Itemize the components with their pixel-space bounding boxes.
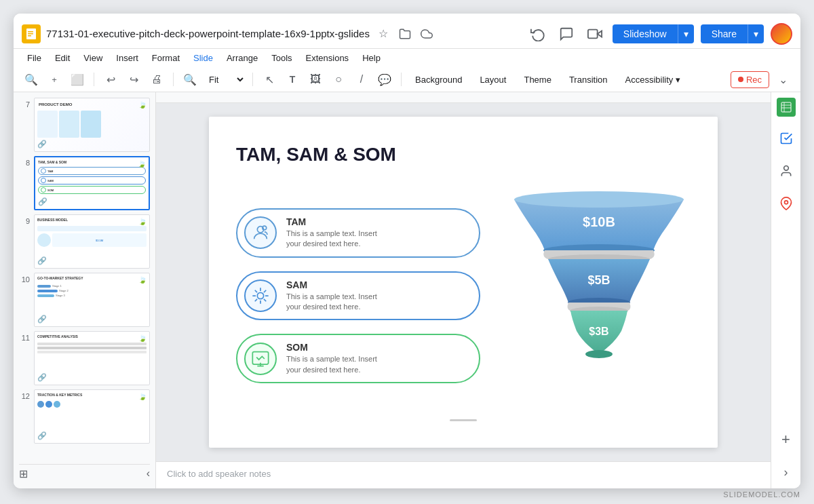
folder-icon[interactable]	[397, 26, 413, 42]
slide-thumbnail-8[interactable]: TAM, SAM & SOM TAM SAM SOM	[34, 156, 150, 210]
redo-button[interactable]: ↪	[124, 70, 143, 89]
sheets-icon[interactable]	[777, 98, 796, 117]
rec-button[interactable]: Rec	[731, 71, 769, 88]
text-button[interactable]: T	[283, 70, 302, 89]
menu-help[interactable]: Help	[357, 50, 386, 66]
menu-file[interactable]: File	[22, 50, 47, 66]
slide-item-7[interactable]: 7 PRODUCT DEMO 🔗 🍃	[19, 98, 150, 152]
editor-area: TAM, SAM & SOM	[156, 103, 771, 461]
tam-desc: This is a sample text. Insert your desir…	[286, 229, 377, 250]
tam-icon	[244, 216, 277, 249]
som-item[interactable]: SOM This is a sample text. Insert your d…	[236, 334, 480, 383]
print-button[interactable]: 🖨	[147, 70, 166, 89]
zoom-in-button[interactable]: +	[45, 70, 64, 89]
svg-point-15	[585, 350, 613, 358]
contacts-icon[interactable]	[775, 160, 797, 182]
line-button[interactable]: /	[352, 70, 371, 89]
menu-extensions[interactable]: Extensions	[301, 50, 355, 66]
slideshow-dropdown-button[interactable]: ▾	[678, 24, 694, 43]
slide-thumbnail-9[interactable]: BUSINESS MODEL $3.5M 🔗 🍃	[34, 214, 150, 269]
menu-slide[interactable]: Slide	[188, 50, 218, 66]
undo-button[interactable]: ↩	[101, 70, 120, 89]
tam-left: TAM This is a sample text. Insert your d…	[236, 208, 480, 383]
slide-number-11: 11	[19, 331, 30, 342]
sam-item[interactable]: SAM This is a sample text. Insert your d…	[236, 271, 480, 321]
slide-number-10: 10	[19, 273, 30, 284]
slide-thumbnail-12[interactable]: TRACTION & KEY METRICS 🔗 🍃	[34, 389, 150, 444]
speaker-notes[interactable]: Click to add speaker notes	[156, 461, 771, 488]
maps-icon[interactable]	[775, 193, 797, 214]
title-bar: 77131-01-executive-pitch-deck-powerpoint…	[14, 14, 800, 49]
history-icon[interactable]	[527, 23, 549, 45]
som-text: SOM This is a sample text. Insert your d…	[286, 342, 377, 375]
expand-sidebar-button[interactable]: ›	[775, 461, 797, 483]
rec-dot	[738, 77, 743, 82]
app-icon	[22, 24, 41, 43]
right-sidebar: + ›	[771, 92, 800, 488]
toolbar-sep-3	[252, 73, 253, 86]
collapse-panel-button[interactable]: ‹	[147, 467, 150, 480]
svg-rect-3	[28, 35, 31, 37]
ruler	[156, 92, 771, 103]
slide-item-8[interactable]: 8 TAM, SAM & SOM TAM SAM	[19, 156, 150, 210]
tam-text: TAM This is a sample text. Insert your d…	[286, 216, 377, 250]
title-right: Slideshow ▾ Share ▾	[527, 23, 792, 45]
theme-tab[interactable]: Theme	[517, 72, 558, 88]
svg-text:$10B: $10B	[583, 214, 615, 229]
share-button[interactable]: Share	[701, 24, 748, 43]
document-title: 77131-01-executive-pitch-deck-powerpoint…	[46, 28, 370, 39]
video-icon[interactable]	[584, 23, 606, 45]
slide-canvas[interactable]: TAM, SAM & SOM	[209, 117, 718, 448]
menu-tools[interactable]: Tools	[266, 50, 297, 66]
tam-item[interactable]: TAM This is a sample text. Insert your d…	[236, 208, 480, 258]
comment-icon[interactable]	[556, 23, 577, 45]
svg-text:$3B: $3B	[589, 326, 608, 337]
sam-icon	[244, 279, 277, 312]
share-dropdown-button[interactable]: ▾	[748, 24, 764, 43]
watermark: SLIDEMODEL.COM	[723, 490, 800, 499]
add-sidebar-button[interactable]: +	[775, 429, 797, 450]
funnel-svg: $10B $5B $3B	[507, 186, 691, 403]
slide-number-8: 8	[19, 156, 30, 167]
menu-edit[interactable]: Edit	[50, 50, 75, 66]
slide-thumbnail-10[interactable]: GO-TO-MARKET STRATEGY Stage 1 Stage 2	[34, 273, 150, 327]
slide-title: TAM, SAM & SOM	[236, 144, 691, 166]
comment-toolbar-button[interactable]: 💬	[375, 70, 394, 89]
svg-point-8	[257, 292, 263, 298]
background-tab[interactable]: Background	[408, 72, 469, 88]
slide-thumbnail-11[interactable]: COMPETITIVE ANALYSIS 🔗 🍃	[34, 331, 150, 385]
select-button[interactable]: ↖	[260, 70, 279, 89]
sam-desc: This is a sample text. Insert your desir…	[286, 292, 377, 313]
svg-rect-2	[28, 33, 33, 35]
menu-format[interactable]: Format	[147, 50, 185, 66]
grid-view-button[interactable]: ⊞	[19, 467, 28, 480]
slide-item-11[interactable]: 11 COMPETITIVE ANALYSIS 🔗 🍃	[19, 331, 150, 385]
slide-thumbnail-7[interactable]: PRODUCT DEMO 🔗 🍃	[34, 98, 150, 152]
menu-insert[interactable]: Insert	[111, 50, 144, 66]
svg-marker-4	[597, 31, 601, 37]
transition-tab[interactable]: Transition	[562, 72, 615, 88]
slide-item-10[interactable]: 10 GO-TO-MARKET STRATEGY Stage 1 Stage 2	[19, 273, 150, 327]
expand-button[interactable]: ⌄	[773, 70, 792, 89]
cloud-icon[interactable]	[419, 26, 435, 42]
accessibility-tab[interactable]: Accessibility ▾	[619, 72, 687, 88]
shapes-button[interactable]: ○	[329, 70, 348, 89]
sam-key: SAM	[286, 279, 377, 290]
search-button[interactable]: 🔍	[180, 70, 199, 89]
zoom-select[interactable]: Fit 50% 75% 100%	[204, 73, 246, 87]
toolbar-sep-1	[94, 73, 94, 86]
zoom-out-button[interactable]: 🔍	[22, 70, 41, 89]
fit-button[interactable]: ⬜	[68, 70, 87, 89]
layout-tab[interactable]: Layout	[473, 72, 513, 88]
star-icon[interactable]: ☆	[375, 26, 391, 42]
image-button[interactable]: 🖼	[306, 70, 325, 89]
user-avatar[interactable]	[771, 23, 792, 45]
slideshow-button[interactable]: Slideshow	[613, 24, 678, 43]
svg-rect-5	[588, 29, 598, 38]
slide-item-9[interactable]: 9 BUSINESS MODEL $3.5M 🔗 🍃	[19, 214, 150, 269]
tasks-icon[interactable]	[775, 128, 797, 149]
slide-number-9: 9	[19, 214, 30, 225]
menu-arrange[interactable]: Arrange	[221, 50, 263, 66]
menu-view[interactable]: View	[78, 50, 108, 66]
slide-item-12[interactable]: 12 TRACTION & KEY METRICS 🔗 🍃	[19, 389, 150, 444]
